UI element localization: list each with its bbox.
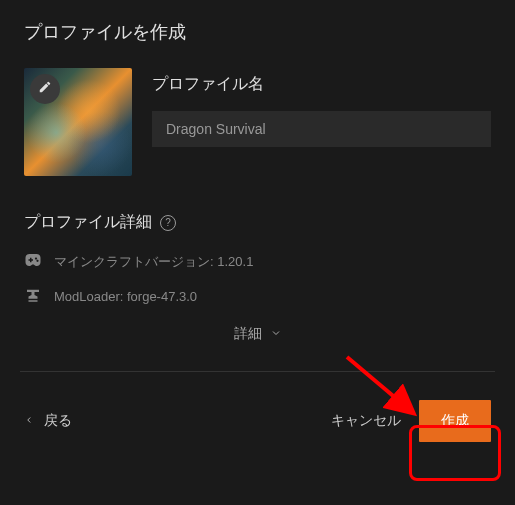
edit-thumbnail-button[interactable] xyxy=(30,74,60,104)
profile-name-column: プロファイル名 xyxy=(152,68,491,147)
cancel-button[interactable]: キャンセル xyxy=(331,412,401,430)
profile-thumbnail[interactable] xyxy=(24,68,132,176)
expand-details-button[interactable]: 詳細 xyxy=(24,325,491,371)
details-section-label: プロファイル詳細 xyxy=(24,212,152,233)
chevron-left-icon xyxy=(24,413,34,430)
profile-name-input[interactable] xyxy=(152,111,491,147)
anvil-icon xyxy=(24,286,42,307)
back-label: 戻る xyxy=(44,412,72,430)
controller-icon xyxy=(24,251,42,272)
help-icon[interactable]: ? xyxy=(160,215,176,231)
page-title: プロファイルを作成 xyxy=(24,20,491,44)
divider xyxy=(20,371,495,372)
footer: 戻る キャンセル 作成 xyxy=(24,400,491,442)
footer-right: キャンセル 作成 xyxy=(331,400,491,442)
profile-name-label: プロファイル名 xyxy=(152,74,491,95)
profile-header: プロファイル名 xyxy=(24,68,491,176)
back-button[interactable]: 戻る xyxy=(24,412,72,430)
modloader-text: ModLoader: forge-47.3.0 xyxy=(54,289,197,304)
details-section-title: プロファイル詳細 ? xyxy=(24,212,491,233)
create-button[interactable]: 作成 xyxy=(419,400,491,442)
pencil-icon xyxy=(38,80,52,98)
expand-details-label: 詳細 xyxy=(234,325,262,343)
minecraft-version-row: マインクラフトバージョン: 1.20.1 xyxy=(24,251,491,272)
chevron-down-icon xyxy=(270,326,282,342)
minecraft-version-text: マインクラフトバージョン: 1.20.1 xyxy=(54,253,253,271)
modloader-row: ModLoader: forge-47.3.0 xyxy=(24,286,491,307)
